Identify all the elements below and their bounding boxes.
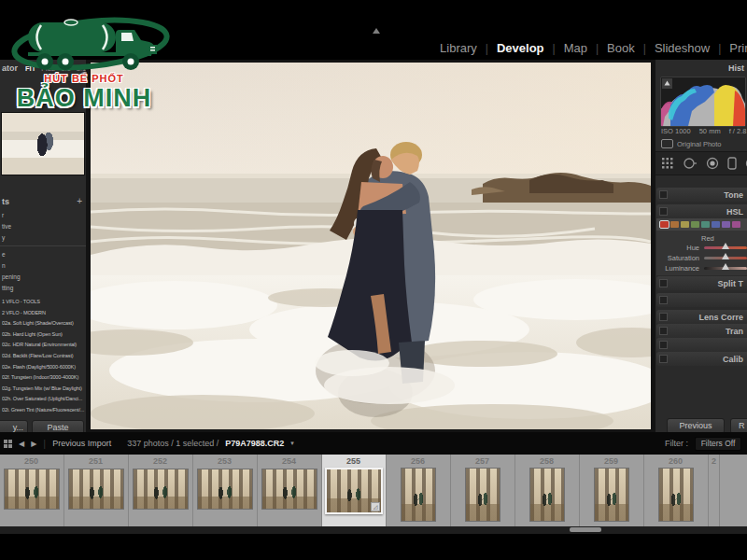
preset-item[interactable]: 02h. Over Saturated (Uplight/Danci... — [2, 394, 86, 405]
thumbnail[interactable] — [68, 469, 124, 510]
preset-folder[interactable]: tive — [2, 221, 86, 232]
thumbnail-selected[interactable]: ◿ — [325, 468, 383, 514]
filmstrip-cell[interactable]: 252 — [129, 455, 193, 526]
thumbnail[interactable] — [261, 469, 317, 510]
filmstrip-cell[interactable]: 260 — [644, 455, 709, 526]
effects-panel-header[interactable] — [656, 338, 747, 352]
swatch-blue[interactable] — [712, 221, 720, 228]
swatch-yellow[interactable] — [681, 221, 689, 228]
filmstrip-cell[interactable]: 2 — [709, 455, 720, 526]
thumbnail[interactable] — [133, 469, 189, 510]
presets-header[interactable]: ts + — [2, 196, 82, 206]
module-develop[interactable]: Develop — [497, 41, 544, 55]
panel-toggle-icon[interactable] — [659, 341, 668, 349]
paste-button[interactable]: Paste — [32, 420, 84, 432]
go-forward-arrow-icon[interactable]: ▶ — [31, 440, 36, 448]
split-toning-panel-header[interactable]: Split T — [656, 276, 747, 290]
copy-button[interactable]: y... — [0, 420, 28, 432]
preset-item[interactable]: 02i. Green Tint (Nature/Fluorescent/... — [2, 405, 86, 416]
thumbnail[interactable] — [465, 468, 500, 522]
preset-folder[interactable]: y — [2, 232, 86, 244]
navigator-preview[interactable] — [1, 112, 85, 175]
preset-item[interactable]: 02g. Tungsten Mix (w/ Blue Daylight) — [2, 384, 86, 395]
filmstrip-scrollbar-handle[interactable] — [570, 527, 601, 532]
thumbnail[interactable] — [197, 469, 253, 510]
filmstrip-cell[interactable]: 254 — [258, 455, 322, 526]
add-preset-button[interactable]: + — [77, 196, 82, 206]
swatch-red[interactable] — [660, 221, 669, 228]
module-map[interactable]: Map — [564, 41, 587, 55]
swatch-orange[interactable] — [670, 221, 679, 228]
tone-curve-panel-header[interactable]: Tone — [656, 188, 747, 202]
top-panel-collapse-icon[interactable] — [373, 28, 380, 34]
lens-corrections-panel-header[interactable]: Lens Corre — [656, 310, 747, 324]
hue-slider-thumb[interactable] — [722, 243, 729, 249]
panel-toggle-icon[interactable] — [659, 327, 668, 335]
thumbnail[interactable] — [4, 469, 60, 510]
preset-item[interactable]: 02a. Soft Light (Shade/Overcast) — [2, 318, 86, 329]
filter-dropdown[interactable]: Filters Off — [695, 437, 741, 451]
panel-toggle-icon[interactable] — [659, 355, 668, 363]
filmstrip-cell-selected[interactable]: 255◿ — [322, 455, 387, 526]
module-book[interactable]: Book — [607, 41, 635, 55]
swatch-green[interactable] — [691, 221, 699, 228]
spot-removal-icon[interactable] — [683, 157, 698, 170]
filename-dropdown-icon[interactable]: ▾ — [290, 440, 294, 447]
histogram-panel-title[interactable]: Hist — [728, 63, 744, 73]
filmstrip-cell[interactable]: 258 — [515, 455, 580, 526]
saturation-slider-thumb[interactable] — [722, 253, 729, 259]
hue-slider[interactable] — [704, 246, 747, 249]
preset-item[interactable]: 02c. HDR Natural (Environmental) — [2, 340, 86, 351]
preset-folder[interactable]: e — [2, 249, 86, 260]
swatch-purple[interactable] — [722, 221, 730, 228]
source-label[interactable]: Previous Import — [52, 439, 111, 448]
panel-toggle-icon[interactable] — [659, 207, 668, 216]
thumbnail[interactable] — [658, 468, 694, 522]
filmstrip-cell[interactable]: 257 — [451, 455, 515, 526]
preset-item[interactable]: 02f. Tungsten (Indoor/3000-4000K) — [2, 372, 86, 384]
filmstrip-scrollbar[interactable] — [0, 526, 747, 534]
luminance-slider-thumb[interactable] — [722, 263, 729, 270]
module-slideshow[interactable]: Slideshow — [655, 41, 710, 55]
preset-item[interactable]: 02d. Backlit (Flare/Low Contrast) — [2, 351, 86, 362]
preset-item[interactable]: 02b. Hard Light (Open Sun) — [2, 329, 86, 341]
filmstrip-cell[interactable]: 253 — [193, 455, 258, 526]
preset-folder[interactable]: tting — [2, 283, 86, 294]
crop-badge-icon[interactable]: ◿ — [371, 502, 380, 511]
luminance-slider[interactable] — [704, 267, 747, 270]
grid-view-icon[interactable] — [4, 440, 12, 448]
preset-item[interactable]: 1 VFLO - TOOLS — [2, 297, 86, 308]
panel-toggle-icon[interactable] — [659, 296, 668, 304]
detail-panel-header[interactable] — [656, 293, 747, 307]
thumbnail[interactable] — [401, 468, 436, 522]
saturation-slider[interactable] — [704, 257, 747, 259]
preset-item[interactable]: 2 VFLO - MODERN — [2, 308, 86, 319]
swatch-magenta[interactable] — [732, 221, 740, 228]
preset-folder[interactable]: r — [2, 210, 86, 221]
thumbnail[interactable] — [529, 468, 565, 522]
filmstrip-cell[interactable]: 259 — [580, 455, 644, 526]
preset-folder[interactable]: pening — [2, 272, 86, 283]
reset-button[interactable]: R — [730, 418, 747, 432]
graduated-filter-icon[interactable] — [727, 157, 737, 170]
crop-grid-icon[interactable] — [661, 157, 674, 170]
preset-item[interactable]: 02e. Flash (Daylight/5000-6000K) — [2, 362, 86, 373]
preset-folder[interactable]: n — [2, 260, 86, 272]
thumbnail[interactable] — [594, 468, 629, 522]
filmstrip-cell[interactable]: 251 — [64, 455, 129, 526]
histogram[interactable] — [660, 77, 746, 127]
panel-toggle-icon[interactable] — [659, 190, 668, 199]
previous-button[interactable]: Previous — [667, 418, 725, 432]
hsl-panel-header[interactable]: HSL — [656, 204, 747, 218]
calibration-panel-header[interactable]: Calib — [656, 352, 747, 366]
module-print[interactable]: Print — [729, 41, 747, 55]
filmstrip-cell[interactable]: 250 — [0, 455, 64, 526]
module-library[interactable]: Library — [440, 41, 477, 55]
red-eye-icon[interactable] — [706, 157, 719, 170]
transform-panel-header[interactable]: Tran — [656, 324, 747, 338]
panel-toggle-icon[interactable] — [659, 313, 668, 321]
filmstrip-cell[interactable]: 256 — [387, 455, 451, 526]
panel-toggle-icon[interactable] — [659, 279, 668, 287]
active-filename[interactable]: P79A7988.CR2 — [225, 439, 284, 448]
go-back-arrow-icon[interactable]: ◀ — [19, 440, 24, 448]
